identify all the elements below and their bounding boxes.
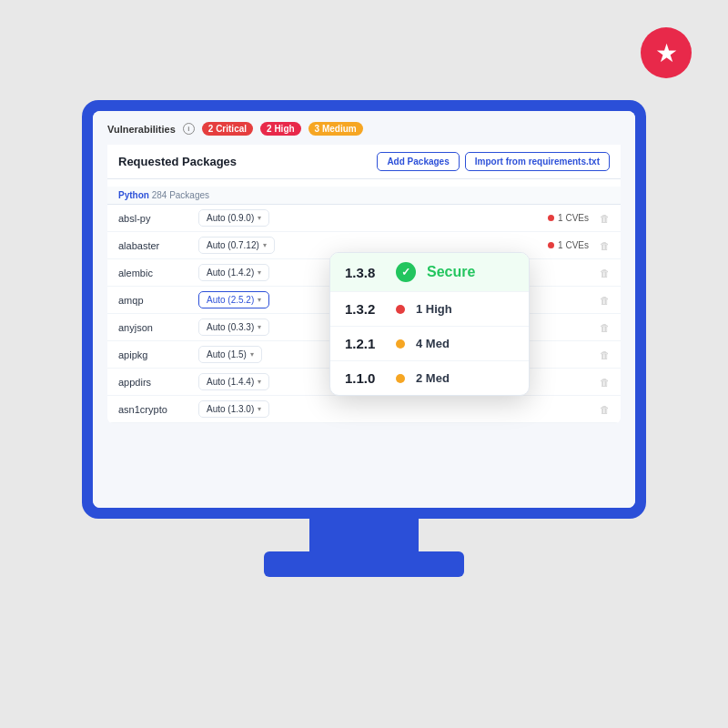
trash-icon[interactable]: 🗑 xyxy=(600,404,610,415)
medium-badge: 3 Medium xyxy=(308,122,363,136)
medium-dot-icon xyxy=(396,339,405,349)
dot-icon xyxy=(548,215,554,221)
secure-label: Secure xyxy=(427,264,475,280)
section-title: Requested Packages xyxy=(118,155,237,168)
dot-icon xyxy=(548,242,554,248)
table-row: absl-py Auto (0.9.0) ▾ 1 CVEs 🗑 xyxy=(107,205,621,232)
package-name: alabaster xyxy=(118,240,191,251)
vuln-count-text: 1 High xyxy=(416,302,452,316)
package-name: appdirs xyxy=(118,377,191,388)
package-name: anyjson xyxy=(118,322,191,333)
section-header: Requested Packages Add Packages Import f… xyxy=(107,145,621,179)
high-dot-icon xyxy=(396,305,405,314)
trash-icon[interactable]: 🗑 xyxy=(600,268,610,278)
chevron-down-icon: ▾ xyxy=(250,350,254,359)
python-header: Python 284 Packages xyxy=(107,187,621,205)
screen-content: Vulnerabilities i 2 Critical 2 High 3 Me… xyxy=(93,111,635,508)
package-name: amqp xyxy=(118,295,191,306)
package-count: 284 Packages xyxy=(152,190,209,200)
vuln-label: Vulnerabilities xyxy=(107,124,176,135)
trash-icon[interactable]: 🗑 xyxy=(600,377,610,388)
version-number: 1.3.2 xyxy=(345,301,385,317)
dropdown-option-high[interactable]: 1.3.2 1 High xyxy=(330,292,529,327)
critical-badge: 2 Critical xyxy=(202,122,253,136)
chevron-down-icon: ▾ xyxy=(258,378,261,386)
star-icon: ★ xyxy=(655,38,678,68)
btn-group: Add Packages Import from requirements.tx… xyxy=(377,152,610,171)
version-select[interactable]: Auto (0.3.3) ▾ xyxy=(198,318,269,336)
vuln-count-text: 2 Med xyxy=(416,371,450,385)
package-name: absl-py xyxy=(118,213,191,224)
trash-icon[interactable]: 🗑 xyxy=(600,322,610,333)
trash-icon[interactable]: 🗑 xyxy=(600,295,610,306)
version-select[interactable]: Auto (1.3.0) ▾ xyxy=(198,400,269,418)
cve-badge: 1 CVEs xyxy=(548,213,589,223)
monitor-neck xyxy=(309,519,419,551)
secure-checkmark-icon: ✓ xyxy=(396,262,416,282)
trash-icon[interactable]: 🗑 xyxy=(600,240,610,251)
star-badge: ★ xyxy=(641,27,692,78)
dropdown-option-med2[interactable]: 1.1.0 2 Med xyxy=(330,361,529,395)
version-number: 1.3.8 xyxy=(345,265,385,280)
chevron-down-icon: ▾ xyxy=(258,214,261,222)
version-select[interactable]: Auto (1.4.4) ▾ xyxy=(198,373,269,390)
monitor-screen: Vulnerabilities i 2 Critical 2 High 3 Me… xyxy=(93,111,635,508)
dropdown-option-med1[interactable]: 1.2.1 4 Med xyxy=(330,327,529,361)
trash-icon[interactable]: 🗑 xyxy=(600,349,610,360)
medium-dot-icon xyxy=(396,374,405,383)
high-badge: 2 High xyxy=(260,122,301,136)
monitor-frame: Vulnerabilities i 2 Critical 2 High 3 Me… xyxy=(82,100,646,519)
vulnerabilities-header: Vulnerabilities i 2 Critical 2 High 3 Me… xyxy=(107,122,621,136)
chevron-down-icon: ▾ xyxy=(258,268,261,277)
package-name: apipkg xyxy=(118,349,191,360)
chevron-down-icon: ▾ xyxy=(258,405,261,413)
version-select-highlighted[interactable]: Auto (2.5.2) ▾ xyxy=(198,291,269,308)
python-label: Python xyxy=(118,190,149,200)
chevron-down-icon: ▾ xyxy=(258,296,261,304)
info-icon: i xyxy=(183,123,195,135)
package-name: asn1crypto xyxy=(118,404,191,415)
import-requirements-button[interactable]: Import from requirements.txt xyxy=(465,152,610,171)
vuln-count-text: 4 Med xyxy=(416,337,450,350)
version-select[interactable]: Auto (1.4.2) ▾ xyxy=(198,264,269,281)
version-select[interactable]: Auto (0.9.0) ▾ xyxy=(198,209,269,227)
version-select[interactable]: Auto (0.7.12) ▾ xyxy=(198,237,275,254)
version-number: 1.1.0 xyxy=(345,370,385,386)
cve-badge: 1 CVEs xyxy=(548,240,589,250)
version-number: 1.2.1 xyxy=(345,336,385,351)
package-name: alembic xyxy=(118,268,191,278)
table-row: asn1crypto Auto (1.3.0) ▾ 🗑 xyxy=(107,396,621,423)
dropdown-option-secure[interactable]: 1.3.8 ✓ Secure xyxy=(330,253,529,292)
chevron-down-icon: ▾ xyxy=(258,323,261,331)
add-packages-button[interactable]: Add Packages xyxy=(377,152,459,171)
version-select[interactable]: Auto (1.5) ▾ xyxy=(198,346,262,363)
monitor-wrapper: Vulnerabilities i 2 Critical 2 High 3 Me… xyxy=(82,100,646,628)
trash-icon[interactable]: 🗑 xyxy=(600,213,610,224)
chevron-down-icon: ▾ xyxy=(263,241,267,249)
version-dropdown-popup: 1.3.8 ✓ Secure 1.3.2 1 High 1.2.1 4 xyxy=(329,252,530,396)
monitor-base xyxy=(264,551,464,577)
